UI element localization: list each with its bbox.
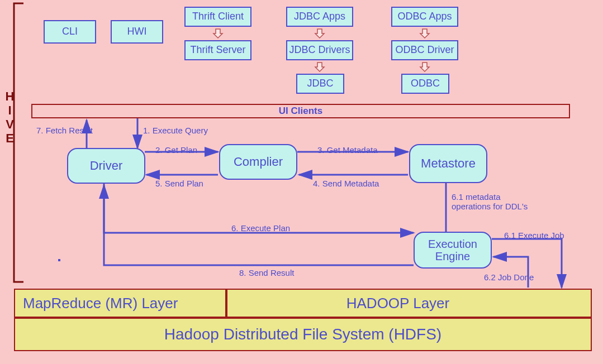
flow-label-61b: 6.1 Execute Job (504, 231, 564, 240)
odbc-driver-box: ODBC Driver (391, 40, 458, 60)
flow-label-61: 6.1 metadata operations for DDL's (452, 192, 535, 212)
flow-label-5: 5. Send Plan (155, 179, 203, 188)
flow-label-2: 2. Get Plan (155, 145, 197, 155)
cli-box: CLI (44, 20, 96, 44)
down-arrow-icon (314, 61, 325, 73)
hdfs-layer-box: Hadoop Distributed File System (HDFS) (14, 318, 592, 351)
down-arrow-icon (419, 61, 430, 73)
flow-label-8: 8. Send Result (239, 268, 294, 277)
thrift-client-box: Thrift Client (184, 7, 251, 27)
down-arrow-icon (419, 28, 430, 39)
down-arrow-icon (212, 28, 224, 39)
metastore-box: Metastore (409, 144, 487, 183)
odbc-box: ODBC (401, 74, 449, 94)
jdbc-apps-box: JDBC Apps (286, 7, 353, 27)
driver-box: Driver (67, 148, 145, 184)
thrift-server-box: Thrift Server (184, 40, 251, 60)
hwi-box: HWI (111, 20, 163, 44)
mapreduce-layer-box: MapReduce (MR) Layer (14, 289, 226, 318)
ui-clients-bar: UI Clients (31, 104, 570, 118)
flow-label-4: 4. Send Metadata (313, 179, 379, 188)
compiler-box: Complier (219, 144, 297, 180)
jdbc-box: JDBC (296, 74, 344, 94)
hive-section-label: HIVE (2, 89, 17, 145)
flow-label-3: 3. Get Metadata (317, 145, 378, 155)
flow-label-62: 6.2 Job Done (484, 272, 534, 282)
flow-label-6: 6. Execute Plan (231, 223, 290, 233)
dot (58, 259, 60, 261)
flow-label-1: 1. Execute Query (143, 126, 208, 135)
flow-label-7: 7. Fetch Result (36, 126, 93, 135)
down-arrow-icon (314, 28, 325, 39)
hadoop-layer-box: HADOOP Layer (226, 289, 592, 318)
jdbc-drivers-box: JDBC Drivers (286, 40, 353, 60)
odbc-apps-box: ODBC Apps (391, 7, 458, 27)
execution-engine-box: Execution Engine (414, 232, 492, 269)
